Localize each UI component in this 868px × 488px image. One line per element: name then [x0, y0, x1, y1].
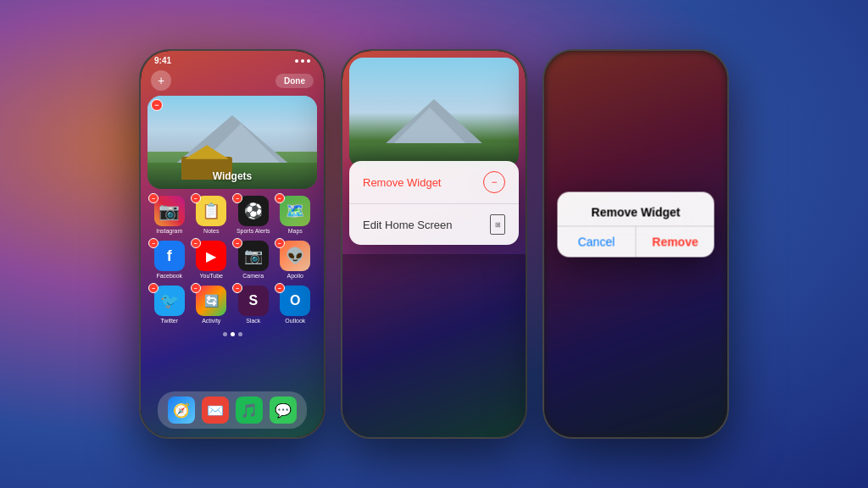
phone2-widget-preview	[349, 58, 519, 168]
app-instagram[interactable]: − 📷 Instagram	[151, 196, 188, 234]
maps-label: Maps	[288, 228, 303, 234]
widget-remove-badge[interactable]: −	[151, 99, 163, 111]
facebook-icon: f	[154, 241, 185, 271]
dot-3	[238, 332, 242, 336]
dock-messages[interactable]: 💬	[270, 396, 297, 424]
app-remove-camera[interactable]: −	[232, 238, 242, 248]
device-icon: ⊞	[490, 214, 505, 235]
app-apollo[interactable]: − 👽 Apollo	[277, 241, 314, 279]
context-remove-widget[interactable]: Remove Widget −	[349, 161, 519, 204]
maps-icon: 🗺️	[280, 196, 310, 226]
context-edit-home[interactable]: Edit Home Screen ⊞	[349, 204, 519, 245]
widget-area: − Widgets	[147, 96, 317, 189]
app-remove-activity[interactable]: −	[191, 283, 201, 293]
app-remove-instagram[interactable]: −	[148, 193, 159, 203]
slack-icon: S	[238, 286, 269, 316]
twitter-icon: 🐦	[154, 286, 185, 316]
app-sports[interactable]: − ⚽ Sports Alerts	[235, 196, 272, 234]
phone-3: Remove Widget Cancel Remove	[542, 49, 729, 439]
dot-1	[223, 332, 227, 336]
context-menu: Remove Widget − Edit Home Screen ⊞	[349, 161, 519, 245]
app-remove-outlook[interactable]: −	[275, 283, 285, 293]
app-youtube[interactable]: − ▶ YouTube	[193, 241, 231, 279]
widget-label: Widgets	[147, 170, 317, 182]
app-slack[interactable]: − S Slack	[235, 286, 272, 324]
twitter-label: Twitter	[160, 318, 178, 324]
phone2-blur-overlay	[342, 254, 526, 437]
alert-buttons: Cancel Remove	[558, 226, 715, 258]
status-icons-1	[295, 59, 310, 63]
status-bar-1: 9:41	[141, 51, 324, 67]
remove-icon: −	[483, 171, 505, 193]
slack-label: Slack	[246, 318, 260, 324]
dock-gmail[interactable]: ✉️	[202, 396, 229, 424]
alert-remove-button[interactable]: Remove	[637, 227, 715, 258]
app-remove-apollo[interactable]: −	[275, 238, 285, 248]
app-remove-sports[interactable]: −	[232, 193, 242, 203]
add-button[interactable]: +	[151, 70, 171, 91]
camera-label: Camera	[242, 273, 264, 279]
instagram-icon: 📷	[154, 196, 185, 226]
alert-cancel-button[interactable]: Cancel	[558, 227, 637, 258]
signal-1	[295, 59, 298, 63]
apollo-icon: 👽	[280, 241, 310, 271]
phone-2: Remove Widget − Edit Home Screen ⊞	[341, 49, 527, 439]
signal-2	[301, 59, 304, 63]
remove-widget-label: Remove Widget	[363, 176, 441, 189]
dock-spotify[interactable]: 🎵	[236, 396, 263, 424]
app-remove-notes[interactable]: −	[191, 193, 201, 203]
youtube-icon: ▶	[196, 241, 226, 271]
page-dots	[141, 332, 324, 336]
app-remove-facebook[interactable]: −	[148, 238, 159, 248]
instagram-label: Instagram	[156, 228, 182, 234]
outlook-label: Outlook	[285, 318, 305, 324]
notes-label: Notes	[203, 228, 219, 234]
phone-1-screen: 9:41 + Done − Widgets	[141, 51, 324, 437]
phone-1: 9:41 + Done − Widgets	[139, 49, 326, 439]
phone1-header: + Done	[141, 67, 324, 94]
app-remove-youtube[interactable]: −	[191, 238, 201, 248]
alert-dialog: Remove Widget Cancel Remove	[558, 192, 715, 258]
apollo-label: Apollo	[287, 273, 303, 279]
activity-icon: 🔄	[196, 286, 226, 316]
app-notes[interactable]: − 📋 Notes	[193, 196, 231, 234]
notes-icon: 📋	[196, 196, 226, 226]
signal-3	[307, 59, 310, 63]
app-grid-row2: − f Facebook − ▶ YouTube − 📷 Camera − 👽 …	[141, 239, 324, 284]
app-facebook[interactable]: − f Facebook	[151, 241, 188, 279]
activity-label: Activity	[202, 318, 220, 324]
app-outlook[interactable]: − O Outlook	[277, 286, 314, 324]
sports-label: Sports Alerts	[236, 228, 270, 234]
dock-safari[interactable]: 🧭	[168, 396, 195, 424]
app-grid-row1: − 📷 Instagram − 📋 Notes − ⚽ Sports Alert…	[141, 191, 324, 239]
done-button[interactable]: Done	[275, 74, 314, 88]
outlook-icon: O	[280, 286, 310, 316]
phone-2-screen: Remove Widget − Edit Home Screen ⊞	[342, 51, 526, 437]
app-remove-slack[interactable]: −	[232, 283, 242, 293]
app-maps[interactable]: − 🗺️ Maps	[277, 196, 314, 234]
app-twitter[interactable]: − 🐦 Twitter	[151, 286, 188, 324]
time-1: 9:41	[154, 56, 171, 65]
youtube-label: YouTube	[199, 273, 223, 279]
app-camera[interactable]: − 📷 Camera	[235, 241, 272, 279]
facebook-label: Facebook	[156, 273, 182, 279]
edit-home-label: Edit Home Screen	[363, 219, 453, 231]
alert-title: Remove Widget	[558, 192, 715, 226]
app-activity[interactable]: − 🔄 Activity	[193, 286, 231, 324]
app-remove-maps[interactable]: −	[275, 193, 285, 203]
dot-2	[231, 332, 235, 336]
dock: 🧭 ✉️ 🎵 💬	[158, 391, 307, 429]
app-remove-twitter[interactable]: −	[148, 283, 159, 293]
camera-icon: 📷	[238, 241, 269, 271]
app-grid-row3: − 🐦 Twitter − 🔄 Activity − S Slack − O O…	[141, 284, 324, 329]
sports-icon: ⚽	[238, 196, 269, 226]
